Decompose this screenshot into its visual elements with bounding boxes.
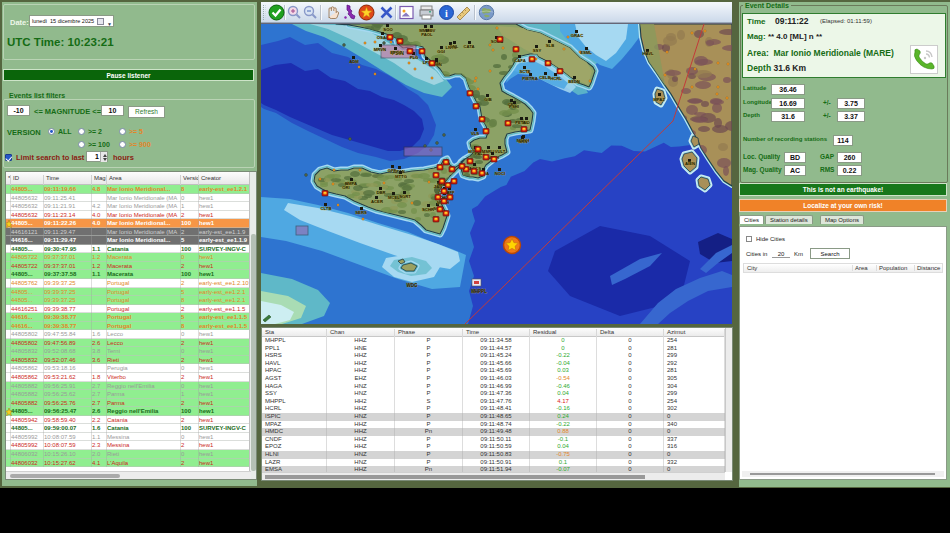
svg-text:PLG: PLG: [410, 55, 419, 60]
svg-text:SLB: SLB: [546, 43, 554, 48]
svg-text:SSY: SSY: [533, 48, 542, 53]
svg-text:VULT: VULT: [495, 149, 506, 154]
svg-text:SGRT: SGRT: [399, 194, 411, 199]
svg-text:EPOZ: EPOZ: [390, 50, 402, 55]
svg-text:ADM: ADM: [349, 59, 359, 64]
svg-text:GIB: GIB: [484, 97, 491, 102]
svg-text:ACER: ACER: [371, 199, 383, 204]
svg-text:SOO: SOO: [383, 27, 393, 32]
svg-text:PETAL: PETAL: [515, 120, 529, 125]
svg-text:MHPPL: MHPPL: [471, 289, 487, 294]
svg-text:PIETRA: PIETRA: [522, 76, 537, 81]
svg-text:HCRL: HCRL: [550, 76, 562, 81]
svg-text:CATA: CATA: [463, 44, 474, 49]
svg-text:SCHR: SCHR: [422, 207, 434, 212]
svg-text:NOCI: NOCI: [495, 171, 505, 176]
svg-text:LOV: LOV: [427, 28, 436, 33]
svg-text:CLTB: CLTB: [321, 206, 332, 211]
svg-text:CELB: CELB: [539, 75, 550, 80]
svg-text:MRVN: MRVN: [374, 47, 386, 52]
svg-text:WDG: WDG: [407, 283, 418, 288]
svg-text:i: i: [445, 8, 448, 19]
svg-text:AIEN: AIEN: [685, 161, 695, 166]
svg-text:GGI: GGI: [437, 49, 445, 54]
svg-text:VLS: VLS: [471, 131, 479, 136]
svg-text:SRN: SRN: [519, 139, 528, 144]
svg-text:MCEL: MCEL: [388, 195, 400, 200]
svg-text:BELN: BELN: [568, 79, 579, 84]
svg-text:GPF: GPF: [388, 168, 397, 173]
svg-text:DBR: DBR: [376, 190, 385, 195]
svg-text:MTTG: MTTG: [395, 174, 407, 179]
svg-text:SERS: SERS: [355, 210, 367, 215]
svg-text:GMPA: GMPA: [345, 181, 357, 186]
svg-text:MPAZ: MPAZ: [653, 97, 665, 102]
svg-text:GRAC: GRAC: [571, 33, 583, 38]
svg-text:ESML: ESML: [580, 50, 592, 55]
svg-text:PSHI: PSHI: [509, 104, 519, 109]
svg-text:GNL: GNL: [450, 44, 459, 49]
svg-text:CAFA: CAFA: [514, 58, 525, 63]
svg-text:HAVL: HAVL: [642, 51, 654, 56]
